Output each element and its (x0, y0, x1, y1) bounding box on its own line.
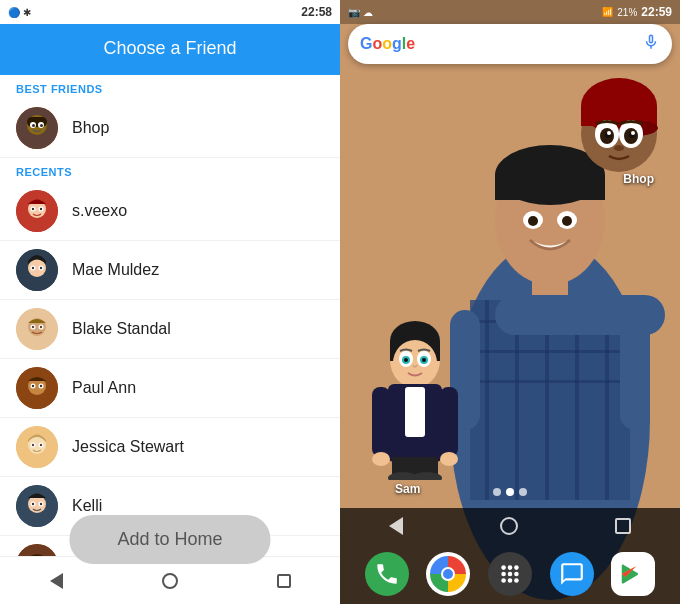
svg-rect-90 (440, 387, 458, 457)
svg-point-112 (501, 572, 506, 577)
back-button-right[interactable] (389, 517, 403, 535)
avatar-jessica (16, 426, 58, 468)
svg-rect-58 (485, 300, 489, 500)
svg-point-113 (508, 572, 513, 577)
avatar-blake (16, 308, 58, 350)
avatar-paul (16, 367, 58, 409)
friend-name-jessica: Jessica Stewart (72, 438, 184, 456)
svg-point-114 (514, 572, 519, 577)
svg-point-109 (501, 565, 506, 570)
avatar-bhop (16, 107, 58, 149)
apps-icon[interactable] (488, 552, 532, 596)
recents-button-left[interactable] (277, 574, 291, 588)
svg-point-30 (40, 385, 42, 387)
google-logo: Google (360, 35, 415, 53)
svg-point-71 (528, 216, 538, 226)
dot-3 (519, 488, 527, 496)
avatar-sveexo (16, 190, 58, 232)
status-left-icons: 🔵 ✱ (8, 6, 31, 18)
battery-right: 21% (617, 7, 637, 18)
svg-point-35 (32, 444, 34, 446)
phone-icon[interactable] (365, 552, 409, 596)
svg-rect-88 (405, 387, 425, 437)
svg-point-18 (40, 267, 42, 269)
back-button-left[interactable] (50, 573, 63, 589)
svg-point-111 (514, 565, 519, 570)
friend-item-paul[interactable]: Paul Ann (0, 359, 340, 418)
status-right-info: 22:58 (301, 5, 332, 19)
svg-point-80 (393, 340, 437, 386)
svg-point-108 (614, 145, 624, 151)
svg-point-91 (372, 452, 390, 466)
svg-point-11 (32, 208, 34, 210)
svg-point-110 (508, 565, 513, 570)
home-button-right[interactable] (500, 517, 518, 535)
home-button-left[interactable] (162, 573, 178, 589)
recents-button-right[interactable] (615, 518, 631, 534)
friend-item-blake[interactable]: Blake Standal (0, 300, 340, 359)
svg-point-92 (440, 452, 458, 466)
left-panel: 🔵 ✱ 22:58 Choose a Friend BEST FRIENDS (0, 0, 340, 604)
svg-rect-76 (495, 295, 665, 335)
app-header: Choose a Friend (0, 24, 340, 72)
friend-name-blake: Blake Standal (72, 320, 171, 338)
svg-point-106 (607, 131, 611, 135)
dots-indicator (493, 488, 527, 496)
svg-point-17 (32, 267, 34, 269)
bhop-label: Bhop (623, 172, 654, 186)
svg-point-115 (501, 578, 506, 583)
bitmoji-sam (360, 285, 470, 484)
best-friends-label: BEST FRIENDS (0, 75, 340, 99)
svg-point-72 (562, 216, 572, 226)
friend-name-bhop: Bhop (72, 119, 109, 137)
friend-item-bhop[interactable]: Bhop (0, 99, 340, 158)
nav-bar-right (340, 508, 680, 544)
svg-rect-2 (27, 117, 47, 127)
friend-name-paul: Paul Ann (72, 379, 136, 397)
svg-rect-68 (495, 175, 605, 200)
right-panel: 📷 ☁ 📶 21% 22:59 Google (340, 0, 680, 604)
svg-point-117 (514, 578, 519, 583)
svg-point-5 (32, 124, 35, 127)
friends-list[interactable]: BEST FRIENDS Bhop RECENTS (0, 75, 340, 556)
friend-item-jessica[interactable]: Jessica Stewart (0, 418, 340, 477)
svg-point-6 (40, 124, 43, 127)
svg-point-29 (32, 385, 34, 387)
recents-label: RECENTS (0, 158, 340, 182)
avatar-kelli (16, 485, 58, 527)
svg-rect-64 (470, 350, 630, 353)
svg-point-23 (32, 326, 34, 328)
google-mic-icon[interactable] (642, 33, 660, 55)
friend-name-mae: Mae Muldez (72, 261, 159, 279)
avatar-lantei (16, 544, 58, 556)
google-search-bar[interactable]: Google (348, 24, 672, 64)
dock-icons-row (340, 544, 680, 604)
friend-item-sveexo[interactable]: s.veexo (0, 182, 340, 241)
chrome-icon[interactable] (426, 552, 470, 596)
time-left: 22:58 (301, 5, 332, 19)
dot-1 (493, 488, 501, 496)
friend-item-mae[interactable]: Mae Muldez (0, 241, 340, 300)
svg-point-24 (40, 326, 42, 328)
status-left-right: 📷 ☁ (348, 7, 373, 18)
svg-rect-89 (372, 387, 390, 457)
play-store-icon[interactable] (611, 552, 655, 596)
svg-point-107 (631, 131, 635, 135)
time-right: 22:59 (641, 5, 672, 19)
svg-point-42 (40, 503, 42, 505)
svg-rect-65 (470, 380, 630, 383)
dot-2 (506, 488, 514, 496)
svg-point-36 (40, 444, 42, 446)
friend-name-sveexo: s.veexo (72, 202, 127, 220)
svg-point-12 (40, 208, 42, 210)
svg-point-85 (404, 358, 408, 362)
friend-name-kelli: Kelli (72, 497, 102, 515)
bitmoji-bhop (574, 72, 664, 176)
messages-icon[interactable] (550, 552, 594, 596)
svg-point-116 (508, 578, 513, 583)
status-bar-right: 📷 ☁ 📶 21% 22:59 (340, 0, 680, 24)
sam-label: Sam (395, 482, 420, 496)
svg-point-41 (32, 503, 34, 505)
status-right-right: 📶 21% 22:59 (602, 5, 672, 19)
add-to-home-button[interactable]: Add to Home (69, 515, 270, 564)
